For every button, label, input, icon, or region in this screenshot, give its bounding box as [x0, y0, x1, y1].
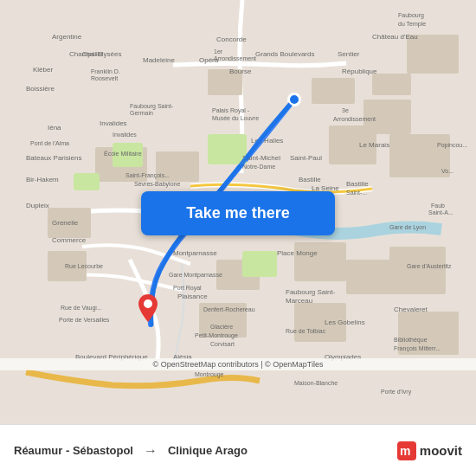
svg-rect-7 [372, 74, 411, 95]
svg-text:Arrondissement: Arrondissement [333, 116, 376, 122]
route-to: Clinique Arago [168, 444, 248, 457]
svg-rect-22 [242, 251, 277, 277]
svg-text:Concorde: Concorde [216, 35, 247, 43]
svg-text:Sèvres-Babylone: Sèvres-Babylone [134, 181, 180, 188]
svg-text:Le Marais: Le Marais [359, 141, 389, 149]
svg-text:Saint-François...: Saint-François... [125, 172, 170, 179]
svg-text:Sentier: Sentier [338, 50, 360, 58]
svg-text:Palais Royal -: Palais Royal - [212, 107, 250, 114]
svg-text:Rue de Vaugi...: Rue de Vaugi... [61, 305, 102, 312]
svg-text:Porte de Versailles: Porte de Versailles [59, 317, 110, 323]
svg-text:Roosevelt: Roosevelt [91, 75, 118, 81]
svg-text:Petit-Montrouge: Petit-Montrouge [195, 332, 238, 339]
svg-text:Vo...: Vo... [441, 168, 453, 174]
svg-text:Port Royal: Port Royal [173, 285, 202, 292]
destination-pin [138, 294, 158, 322]
svg-text:Bastille: Bastille [299, 176, 321, 183]
svg-text:Musée du Louvre: Musée du Louvre [212, 115, 259, 121]
route-arrow-icon: → [144, 443, 158, 459]
svg-text:Saint-A...: Saint-A... [428, 209, 453, 215]
svg-rect-5 [312, 78, 355, 104]
moovit-icon: m [397, 441, 416, 460]
svg-text:Boissière: Boissière [26, 85, 55, 93]
moovit-brand-text: moovit [420, 443, 462, 458]
route-from: Réaumur - Sébastopol [14, 444, 133, 457]
svg-text:Kléber: Kléber [33, 66, 53, 74]
svg-text:m: m [400, 444, 410, 458]
svg-point-105 [289, 94, 299, 105]
svg-text:Grenelle: Grenelle [52, 219, 79, 227]
svg-text:Invalides: Invalides [100, 119, 127, 127]
svg-text:Chevaleret: Chevaleret [394, 306, 428, 313]
svg-text:Commerce: Commerce [52, 236, 87, 244]
bottom-bar: Réaumur - Sébastopol → Clinique Arago m … [0, 424, 476, 476]
svg-text:Bateaux Parisiens: Bateaux Parisiens [26, 154, 81, 162]
svg-text:Montparnasse: Montparnasse [173, 249, 217, 257]
svg-text:République: République [342, 68, 377, 75]
svg-text:Glacière: Glacière [210, 324, 233, 330]
svg-text:Corvisart: Corvisart [210, 341, 235, 347]
svg-text:École Militaire: École Militaire [104, 150, 142, 157]
svg-text:Bourse: Bourse [229, 68, 252, 75]
svg-text:Chaillot: Chaillot [82, 51, 102, 57]
svg-text:Marceau: Marceau [286, 297, 312, 305]
svg-text:Bibliothèque: Bibliothèque [394, 337, 428, 344]
svg-text:Gare de Lyon: Gare de Lyon [389, 224, 426, 231]
svg-text:Bastille: Bastille [346, 180, 369, 188]
svg-text:Franklin D.: Franklin D. [91, 68, 120, 74]
svg-text:Rue Lecourbe: Rue Lecourbe [65, 263, 103, 269]
svg-text:Faubourg Saint-: Faubourg Saint- [130, 103, 174, 110]
svg-text:Saint-Paul: Saint-Paul [290, 154, 322, 162]
take-me-there-button[interactable]: Take me there [141, 191, 335, 235]
svg-text:François Mitterr...: François Mitterr... [394, 345, 441, 352]
svg-text:Faubourg: Faubourg [398, 12, 424, 19]
svg-text:Iéna: Iéna [48, 124, 61, 132]
svg-text:Gare Montparnasse: Gare Montparnasse [169, 272, 222, 279]
svg-text:Les Gobelins: Les Gobelins [325, 318, 365, 326]
svg-text:Château d'Eau: Château d'Eau [372, 33, 418, 41]
svg-text:Faub: Faub [431, 203, 445, 209]
svg-text:Popincou...: Popincou... [437, 142, 467, 149]
svg-text:Porte d'Ivry: Porte d'Ivry [381, 389, 412, 396]
svg-text:Notre-Dame: Notre-Dame [242, 164, 275, 170]
copyright-text: © OpenStreetMap contributors | © OpenMap… [0, 358, 476, 370]
svg-text:Plaisance: Plaisance [177, 293, 208, 300]
moovit-logo: m moovit [397, 441, 462, 460]
map-container: Champs-Elysées Grands Boulevards Sentier… [0, 0, 476, 424]
svg-rect-13 [389, 247, 446, 294]
svg-text:Faubourg Saint-: Faubourg Saint- [286, 288, 336, 296]
svg-text:Saint-...: Saint-... [346, 190, 367, 196]
svg-rect-21 [208, 134, 247, 164]
svg-text:Madeleine: Madeleine [143, 56, 175, 64]
svg-text:Pont de l'Alma: Pont de l'Alma [30, 140, 69, 146]
svg-text:Gare d'Austerlitz: Gare d'Austerlitz [407, 263, 452, 269]
svg-text:Montrouge: Montrouge [195, 371, 224, 378]
svg-rect-12 [346, 260, 394, 294]
svg-rect-11 [294, 242, 346, 281]
svg-text:Dupleix: Dupleix [26, 202, 49, 209]
svg-text:Maison-Blanche: Maison-Blanche [294, 380, 338, 386]
svg-text:Rue de Tolbiac: Rue de Tolbiac [286, 328, 326, 334]
svg-text:3e: 3e [342, 107, 349, 113]
svg-text:Germain: Germain [130, 110, 153, 116]
svg-text:Invalides: Invalides [113, 132, 137, 138]
svg-rect-23 [74, 173, 100, 190]
svg-text:1er: 1er [214, 48, 223, 55]
svg-point-106 [144, 299, 152, 308]
svg-text:Place Monge: Place Monge [277, 249, 318, 257]
svg-text:Grands Boulevards: Grands Boulevards [255, 50, 314, 58]
svg-text:Arrondissement: Arrondissement [214, 55, 256, 61]
route-info: Réaumur - Sébastopol → Clinique Arago [14, 443, 397, 459]
svg-text:Argentine: Argentine [52, 33, 82, 41]
svg-text:Denfert-Rochereau: Denfert-Rochereau [203, 306, 255, 312]
svg-text:Bir-Hakem: Bir-Hakem [26, 176, 59, 183]
svg-text:du Temple: du Temple [398, 21, 426, 28]
